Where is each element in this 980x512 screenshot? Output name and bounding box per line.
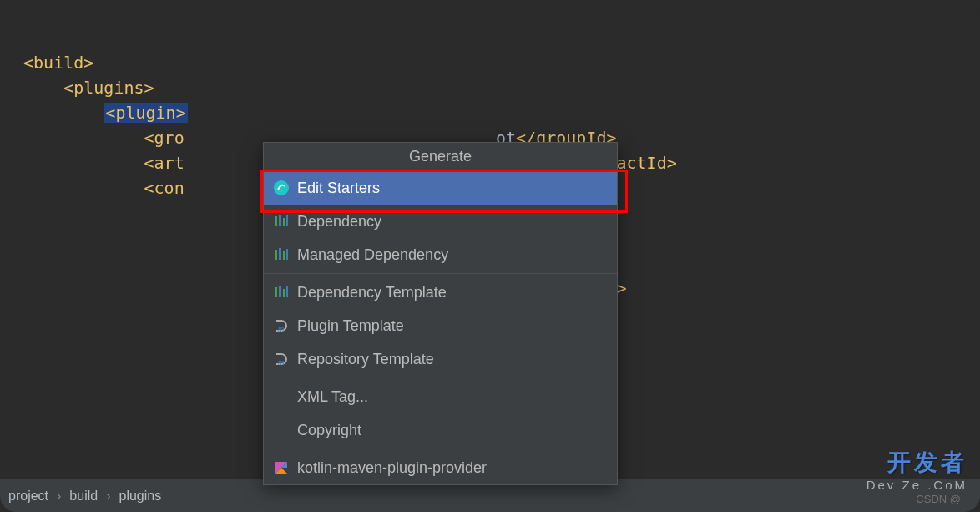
svg-rect-12 bbox=[286, 286, 288, 297]
svg-rect-4 bbox=[286, 215, 288, 226]
svg-rect-7 bbox=[283, 251, 285, 260]
menu-item-dependency[interactable]: Dependency bbox=[264, 205, 617, 238]
menu-item-dependency-template[interactable]: Dependency Template bbox=[264, 276, 617, 309]
maven-icon: m bbox=[272, 317, 290, 335]
watermark-csdn: CSDN @ᐧ bbox=[916, 493, 963, 505]
svg-rect-5 bbox=[275, 250, 277, 260]
menu-item-label: XML Tag... bbox=[297, 388, 368, 406]
menu-item-label: Managed Dependency bbox=[297, 246, 448, 264]
menu-item-repository-template[interactable]: m Repository Template bbox=[264, 342, 617, 376]
svg-rect-8 bbox=[286, 249, 288, 260]
generate-context-menu: Generate Edit Starters Dependency Manage… bbox=[263, 142, 618, 485]
breadcrumb-item[interactable]: build bbox=[61, 489, 106, 504]
svg-rect-10 bbox=[279, 286, 281, 297]
menu-item-edit-starters[interactable]: Edit Starters bbox=[264, 171, 617, 205]
menu-item-label: Repository Template bbox=[297, 351, 434, 368]
code-line: <build> bbox=[0, 50, 980, 75]
code-line: <plugins> bbox=[0, 75, 980, 100]
menu-item-label: Plugin Template bbox=[297, 317, 404, 335]
svg-text:m: m bbox=[278, 358, 285, 367]
menu-item-label: Copyright bbox=[297, 422, 361, 439]
svg-rect-3 bbox=[283, 218, 285, 226]
menu-item-label: Edit Starters bbox=[297, 180, 380, 197]
menu-item-managed-dependency[interactable]: Managed Dependency bbox=[264, 238, 617, 271]
svg-rect-9 bbox=[275, 287, 277, 297]
watermark-brand: 开发者 bbox=[887, 447, 967, 479]
svg-rect-6 bbox=[279, 248, 281, 260]
bars-icon bbox=[272, 246, 290, 264]
menu-item-plugin-template[interactable]: m Plugin Template bbox=[264, 309, 617, 342]
menu-separator bbox=[264, 273, 617, 274]
menu-item-label: kotlin-maven-plugin-provider bbox=[297, 459, 487, 477]
svg-point-0 bbox=[274, 180, 289, 195]
svg-rect-1 bbox=[275, 216, 277, 226]
svg-rect-2 bbox=[279, 215, 281, 226]
bars-icon bbox=[272, 212, 290, 231]
menu-item-kotlin-provider[interactable]: kotlin-maven-plugin-provider bbox=[264, 451, 617, 484]
bars-icon bbox=[272, 283, 290, 302]
menu-separator bbox=[264, 449, 617, 449]
breadcrumb-item[interactable]: plugins bbox=[111, 489, 170, 504]
spring-icon bbox=[272, 179, 290, 197]
breadcrumb-item[interactable]: project bbox=[0, 489, 57, 504]
menu-item-label: Dependency bbox=[297, 213, 381, 231]
menu-separator bbox=[264, 378, 617, 378]
watermark-sub: Dev Ze .CoM bbox=[866, 478, 967, 492]
popup-title: Generate bbox=[264, 143, 617, 171]
menu-item-xml-tag[interactable]: XML Tag... bbox=[264, 380, 617, 413]
maven-icon: m bbox=[272, 350, 290, 368]
menu-item-copyright[interactable]: Copyright bbox=[264, 413, 617, 447]
code-line: <plugin> bbox=[0, 100, 980, 125]
kotlin-icon bbox=[272, 459, 290, 477]
menu-item-label: Dependency Template bbox=[297, 284, 447, 302]
svg-rect-11 bbox=[283, 289, 285, 297]
svg-text:m: m bbox=[278, 325, 285, 333]
